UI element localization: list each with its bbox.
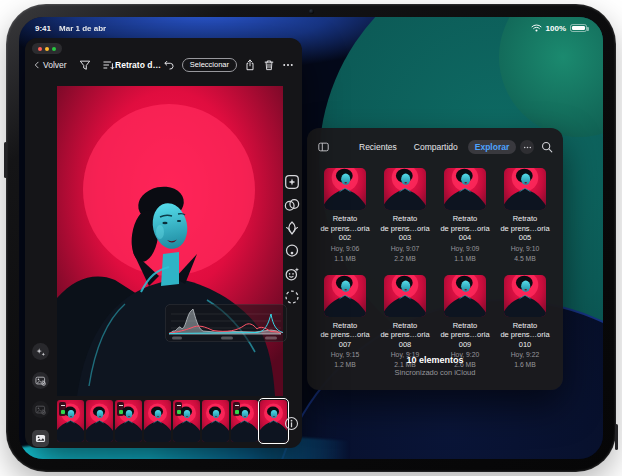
items-count: 10 elementos (307, 355, 563, 365)
trash-icon[interactable] (263, 59, 275, 71)
file-time: Hoy, 9:07 (391, 244, 420, 253)
file-time: Hoy, 9:10 (511, 244, 540, 253)
filmstrip-toggle-icon[interactable] (32, 430, 49, 447)
edited-badge (175, 402, 182, 416)
search-icon[interactable] (541, 141, 553, 153)
filmstrip-thumbnail[interactable] (57, 400, 84, 442)
undo-icon[interactable] (163, 59, 175, 71)
file-name: Retrato (513, 321, 538, 331)
file-thumbnail (384, 275, 426, 317)
filmstrip-thumbnail[interactable] (173, 400, 200, 442)
file-name: de prens…oria 010 (495, 330, 555, 349)
tab-recientes[interactable]: Recientes (352, 140, 404, 155)
file-name: de prens…oria 003 (375, 224, 435, 243)
window-controls[interactable] (32, 43, 62, 54)
file-name: Retrato (453, 214, 478, 224)
file-name: de prens…oria 004 (435, 224, 495, 243)
retouch-icon[interactable] (284, 266, 300, 282)
editor-toolbar: Volver Retrato d… Seleccionar (25, 55, 302, 75)
info-icon[interactable] (284, 416, 299, 431)
files-footer: 10 elementos Sincronizado con iCloud (307, 355, 563, 377)
volume-button (4, 142, 7, 178)
editor-window: Volver Retrato d… Seleccionar (25, 38, 302, 448)
chevron-left-icon (33, 60, 41, 70)
file-name: de prens…oria 008 (375, 330, 435, 349)
sidebar-toggle-icon[interactable] (317, 141, 330, 153)
file-item[interactable]: Retrato de prens…oria 005 Hoy, 9:10 4.5 … (495, 168, 555, 263)
ipad-screen: 9:41 Mar 1 de abr 100% RecientesComparti… (19, 17, 603, 459)
select-button[interactable]: Seleccionar (182, 58, 237, 72)
file-name: Retrato (333, 214, 358, 224)
file-name: Retrato (513, 214, 538, 224)
battery-icon (570, 24, 587, 32)
file-size: 4.5 MB (514, 254, 536, 263)
files-header: RecientesCompartidoExplorar (307, 136, 563, 158)
filmstrip-thumbnail[interactable] (144, 400, 171, 442)
image-settings-icon[interactable] (32, 372, 49, 389)
icloud-sync-status: Sincronizado con iCloud (307, 368, 563, 377)
color-presets-icon[interactable] (284, 197, 300, 213)
file-time: Hoy, 9:06 (331, 244, 360, 253)
file-name: Retrato (453, 321, 478, 331)
share-icon[interactable] (244, 59, 256, 71)
edited-badge (117, 402, 124, 416)
file-thumbnail (384, 168, 426, 210)
auto-enhance-icon[interactable] (284, 174, 300, 190)
tab-compartido[interactable]: Compartido (407, 140, 465, 155)
file-size: 1.1 MB (334, 254, 356, 263)
zoom-window-dot[interactable] (52, 47, 56, 51)
select-subject-icon[interactable] (284, 289, 300, 305)
product-shot: 9:41 Mar 1 de abr 100% RecientesComparti… (0, 0, 622, 476)
file-thumbnail (504, 168, 546, 210)
front-camera (309, 9, 314, 14)
file-grid: Retrato de prens…oria 002 Hoy, 9:06 1.1 … (315, 168, 555, 369)
filmstrip-thumbnail[interactable] (86, 400, 113, 442)
file-size: 2.2 MB (394, 254, 416, 263)
ellipsis-icon[interactable] (282, 59, 294, 71)
file-name: de prens…oria 007 (315, 330, 375, 349)
edited-badge (233, 402, 240, 416)
image-sync-icon[interactable] (32, 401, 49, 418)
file-thumbnail (444, 168, 486, 210)
close-window-dot[interactable] (38, 47, 42, 51)
file-thumbnail (504, 275, 546, 317)
ml-sparkles-icon[interactable] (32, 343, 49, 360)
file-thumbnail (324, 168, 366, 210)
clone-icon[interactable] (284, 243, 300, 259)
ipad-device: 9:41 Mar 1 de abr 100% RecientesComparti… (6, 4, 616, 472)
wifi-icon (531, 24, 542, 32)
status-time: 9:41 (35, 24, 51, 33)
file-thumbnail (444, 275, 486, 317)
edited-badge (59, 402, 66, 416)
file-name: de prens…oria 009 (435, 330, 495, 349)
file-item[interactable]: Retrato de prens…oria 004 Hoy, 9:09 1.1 … (435, 168, 495, 263)
file-name: de prens…oria 005 (495, 224, 555, 243)
file-name: de prens…oria 002 (315, 224, 375, 243)
filmstrip-thumbnail[interactable] (202, 400, 229, 442)
back-button[interactable]: Volver (33, 60, 67, 70)
file-thumbnail (324, 275, 366, 317)
file-name: Retrato (393, 321, 418, 331)
filmstrip (57, 399, 287, 443)
status-date: Mar 1 de abr (59, 24, 106, 33)
filmstrip-thumbnail[interactable] (231, 400, 258, 442)
photo-canvas[interactable] (57, 86, 283, 396)
file-item[interactable]: Retrato de prens…oria 003 Hoy, 9:07 2.2 … (375, 168, 435, 263)
file-name: Retrato (333, 321, 358, 331)
repair-icon[interactable] (284, 220, 300, 236)
file-item[interactable]: Retrato de prens…oria 002 Hoy, 9:06 1.1 … (315, 168, 375, 263)
status-bar: 9:41 Mar 1 de abr 100% (19, 21, 603, 35)
filmstrip-thumbnail[interactable] (115, 400, 142, 442)
filter-icon[interactable] (79, 59, 91, 71)
file-name: Retrato (393, 214, 418, 224)
file-size: 1.1 MB (454, 254, 476, 263)
more-options-icon[interactable] (520, 140, 534, 154)
battery-percent: 100% (546, 24, 566, 33)
side-button (615, 424, 618, 450)
tab-explorar[interactable]: Explorar (468, 140, 517, 155)
filmstrip-thumbnail[interactable] (260, 400, 287, 442)
files-tabs: RecientesCompartidoExplorar (352, 140, 516, 155)
minimize-window-dot[interactable] (45, 47, 49, 51)
file-time: Hoy, 9:09 (451, 244, 480, 253)
utility-tools-rail (30, 343, 50, 447)
